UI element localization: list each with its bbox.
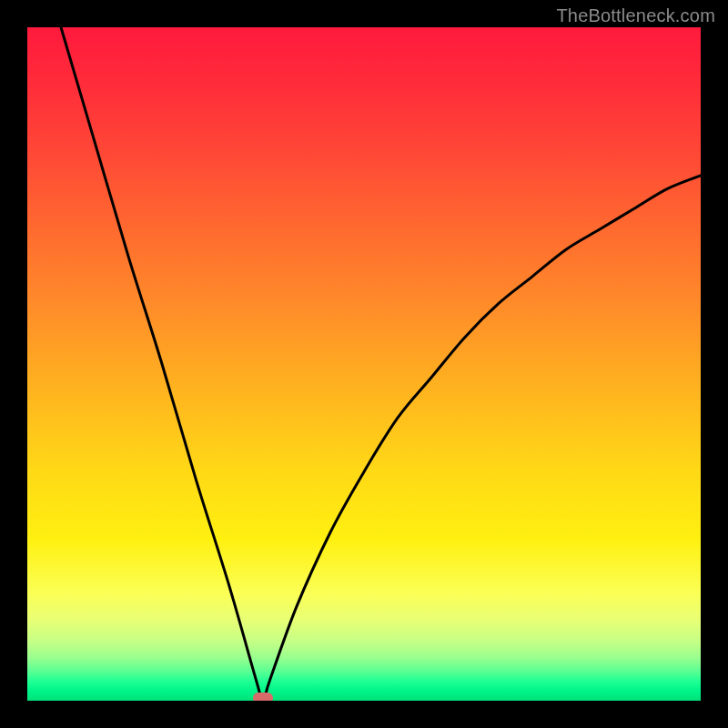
bottleneck-curve [27, 27, 701, 701]
watermark-text: TheBottleneck.com [556, 5, 715, 26]
plot-area [27, 27, 701, 701]
curve-path [61, 27, 701, 701]
optimum-marker [253, 693, 273, 701]
